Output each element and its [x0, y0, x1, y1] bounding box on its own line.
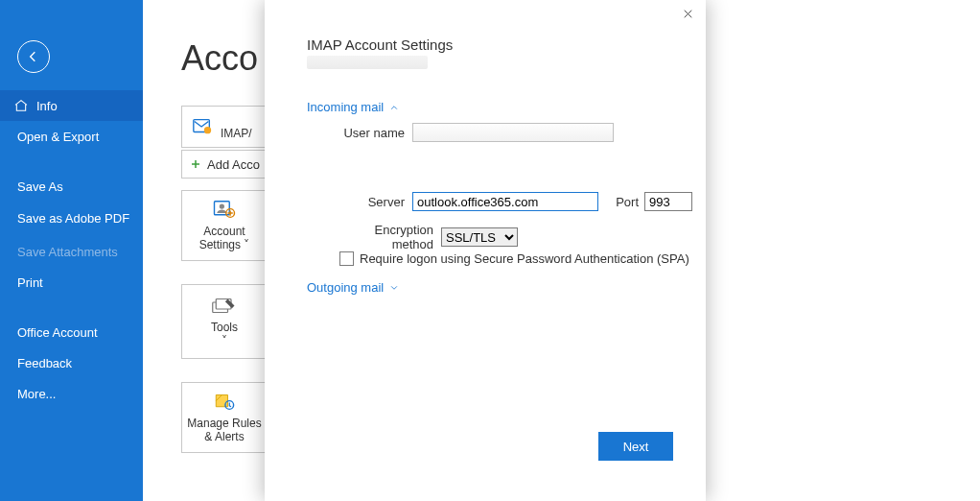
encryption-method-label: Encryption method [332, 223, 433, 251]
port-input[interactable] [644, 192, 692, 211]
sidebar-item-info[interactable]: Info [0, 90, 143, 121]
chevron-up-icon [389, 103, 399, 112]
account-settings-button[interactable]: Account Settings ˅ [181, 190, 268, 261]
dialog-email-redacted [307, 56, 428, 69]
outgoing-mail-section-toggle[interactable]: Outgoing mail [307, 280, 399, 295]
sidebar-item-open-export[interactable]: Open & Export [0, 121, 143, 152]
page-title: Acco [181, 38, 258, 79]
sidebar-item-feedback[interactable]: Feedback [0, 347, 143, 378]
sidebar-item-label: Feedback [17, 356, 72, 370]
sidebar-item-label: Info [36, 99, 58, 113]
big-button-label: Account Settings ˅ [182, 225, 267, 251]
manage-rules-button[interactable]: Manage Rules & Alerts [181, 382, 268, 453]
imap-account-settings-dialog: IMAP Account Settings Incoming mail User… [265, 0, 706, 501]
back-button[interactable] [17, 40, 50, 73]
big-button-label: Tools˅ [211, 321, 238, 347]
tools-button[interactable]: Tools˅ [181, 284, 268, 359]
user-name-input[interactable] [412, 123, 614, 142]
dialog-title: IMAP Account Settings [307, 36, 453, 53]
sidebar-item-label: Save Attachments [17, 245, 118, 259]
incoming-mail-section-toggle[interactable]: Incoming mail [307, 100, 399, 114]
server-input[interactable] [412, 192, 598, 211]
encryption-method-select[interactable]: SSL/TLS [441, 227, 518, 247]
add-account-label: Add Acco [207, 157, 260, 172]
sidebar-item-office-account[interactable]: Office Account [0, 317, 143, 347]
sidebar-item-save-as[interactable]: Save As [0, 171, 143, 202]
port-label: Port [610, 195, 639, 209]
sidebar-item-more[interactable]: More... [0, 378, 143, 409]
next-button-label: Next [623, 440, 649, 454]
chevron-down-icon [389, 283, 399, 293]
next-button[interactable]: Next [598, 432, 673, 461]
manage-rules-icon [211, 392, 238, 415]
section-label: Incoming mail [307, 100, 384, 114]
server-label: Server [332, 195, 405, 209]
account-type-label: IMAP/ [221, 127, 252, 140]
sidebar-item-label: Print [17, 275, 43, 290]
sidebar-item-label: Office Account [17, 325, 98, 340]
sidebar-item-print[interactable]: Print [0, 267, 143, 298]
account-box[interactable]: IMAP/ [221, 113, 252, 140]
tools-icon [211, 296, 238, 319]
sidebar-item-label: More... [17, 387, 56, 401]
big-button-label: Manage Rules & Alerts [182, 417, 267, 443]
svg-point-11 [204, 127, 211, 133]
spa-label: Require logon using Secure Password Auth… [360, 251, 689, 266]
sidebar-item-save-attachments: Save Attachments [0, 236, 143, 267]
account-settings-icon [211, 200, 238, 223]
dialog-close-button[interactable] [675, 2, 700, 25]
sidebar-item-label: Save As [17, 179, 63, 194]
backstage-sidebar: Info Open & Export Save As Save as Adobe… [0, 0, 143, 501]
account-type-icon [192, 116, 213, 137]
section-label: Outgoing mail [307, 280, 384, 295]
svg-point-15 [220, 203, 224, 208]
sidebar-item-label: Open & Export [17, 130, 99, 144]
user-name-label: User name [332, 126, 405, 140]
sidebar-item-save-as-adobe-pdf[interactable]: Save as Adobe PDF [0, 202, 143, 236]
sidebar-item-label: Save as Adobe PDF [17, 211, 129, 227]
spa-checkbox[interactable] [339, 251, 354, 266]
